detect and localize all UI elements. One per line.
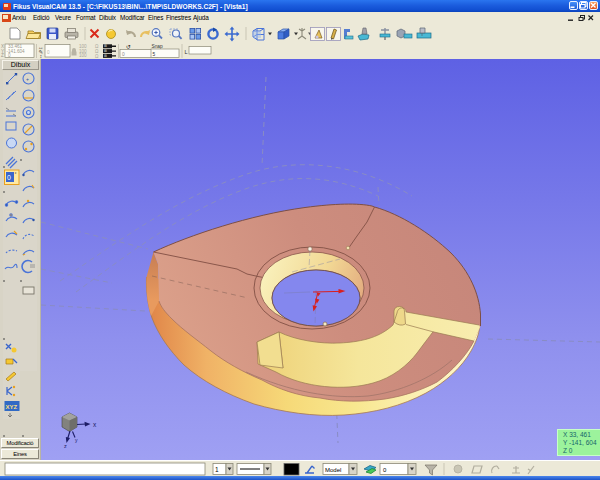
svg-text:100: 100 <box>79 53 87 58</box>
svg-text:⊞: ⊞ <box>104 44 107 48</box>
svg-text:Ω: Ω <box>95 54 99 59</box>
svg-text:⊞: ⊞ <box>104 54 107 58</box>
svg-text:Snap: Snap <box>152 44 164 49</box>
svg-text:+: + <box>26 76 29 82</box>
svg-text:L: L <box>185 49 188 55</box>
svg-text:1: 1 <box>215 466 219 473</box>
svg-text:Z: Z <box>1 53 4 58</box>
svg-text:0: 0 <box>47 50 50 55</box>
svg-text:⊞: ⊞ <box>104 49 107 53</box>
svg-text:°: ° <box>15 171 17 177</box>
svg-text:↺: ↺ <box>126 44 131 50</box>
svg-text:0: 0 <box>8 53 11 58</box>
svg-text:XYZ: XYZ <box>6 404 18 410</box>
svg-text:0: 0 <box>7 174 11 181</box>
svg-text:5: 5 <box>153 52 156 57</box>
svg-text:Model: Model <box>325 467 341 473</box>
svg-text:z: z <box>64 443 67 449</box>
svg-text:0: 0 <box>122 52 125 57</box>
